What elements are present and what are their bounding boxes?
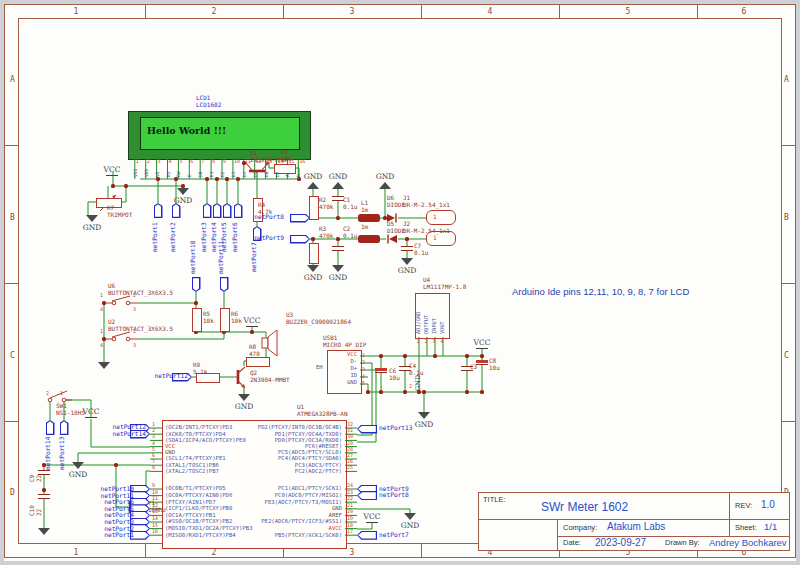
junction-dot[interactable] [102, 301, 105, 304]
gnd-symbol[interactable] [379, 182, 391, 189]
gnd-label: GND [235, 403, 254, 411]
vcc-bar [106, 175, 118, 177]
capacitor-plate[interactable] [461, 370, 473, 371]
junction-dot[interactable] [114, 463, 117, 466]
junction-dot[interactable] [465, 354, 468, 357]
gnd-symbol[interactable] [177, 188, 189, 195]
net-label-netPort8: netPort8 [254, 214, 284, 220]
net-label-netPort3: netPort3 [201, 222, 207, 252]
gnd-symbol[interactable] [38, 528, 50, 535]
gnd-label: GND [398, 267, 417, 275]
net-flag-netPort1[interactable] [154, 203, 163, 218]
part-value-r5: 10k [203, 318, 214, 324]
resistor-body[interactable] [309, 243, 319, 264]
junction-dot[interactable] [215, 177, 218, 180]
frame-col-top: 1 [74, 8, 79, 16]
junction-dot[interactable] [111, 184, 114, 187]
gnd-symbol[interactable] [307, 182, 319, 189]
junction-dot[interactable] [250, 330, 253, 333]
capacitor-plate[interactable] [38, 498, 50, 499]
net-flag-netPort5[interactable] [223, 203, 232, 218]
mcu-pin-name: (SDA1/ICP4/ACO/PTCXY)PE0 [165, 438, 246, 444]
net-flag-netPort11[interactable] [220, 277, 229, 292]
gnd-symbol[interactable] [86, 215, 98, 222]
inductor-body[interactable] [358, 214, 380, 222]
rev-value: 1.0 [761, 500, 775, 510]
junction-dot[interactable] [403, 390, 406, 393]
capacitor-plate[interactable] [476, 364, 488, 365]
junction-dot[interactable] [379, 354, 382, 357]
resistor-body[interactable] [246, 357, 270, 367]
lcd-pin-number: 16 [299, 159, 305, 164]
junction-dot[interactable] [405, 237, 408, 240]
junction-dot[interactable] [311, 237, 314, 240]
junction-dot[interactable] [403, 354, 406, 357]
junction-dot[interactable] [422, 390, 425, 393]
capacitor-plate[interactable] [38, 494, 50, 495]
junction-dot[interactable] [156, 177, 159, 180]
resistor-body[interactable] [309, 196, 319, 220]
gnd-label: GND [329, 274, 348, 282]
mcu-pin-number: 23 [347, 490, 353, 495]
gnd-symbol[interactable] [418, 412, 430, 419]
gnd-symbol[interactable] [72, 462, 84, 469]
junction-dot[interactable] [465, 390, 468, 393]
junction-dot[interactable] [124, 184, 127, 187]
net-flag-netPort4[interactable] [213, 203, 222, 218]
part-value-usb1: MICRO 4P DIP [323, 342, 366, 348]
junction-dot[interactable] [480, 354, 483, 357]
gnd-symbol[interactable] [307, 265, 319, 272]
gnd-symbol[interactable] [98, 362, 110, 369]
net-flag-netPort2[interactable] [172, 203, 181, 218]
resistor-body[interactable] [196, 373, 220, 383]
net-flag-netPort10[interactable] [192, 277, 201, 292]
gnd-symbol[interactable] [332, 182, 344, 189]
net-flag-netPort14[interactable] [46, 420, 55, 435]
net-flag-netPort13[interactable] [60, 420, 69, 435]
junction-dot[interactable] [102, 337, 105, 340]
symbols-layer[interactable] [0, 0, 800, 565]
lcd-pin-name: D6 [265, 171, 270, 177]
lcd-pin-name: VO [156, 171, 161, 177]
capacitor-plate[interactable] [332, 246, 344, 247]
junction-dot[interactable] [480, 390, 483, 393]
gnd-symbol[interactable] [238, 394, 250, 401]
capacitor-plate[interactable] [375, 368, 387, 371]
part-value-c1: 0.1u [343, 204, 357, 210]
junction-dot[interactable] [366, 390, 369, 393]
resistor-body[interactable] [220, 308, 230, 332]
junction-dot[interactable] [379, 390, 382, 393]
gnd-symbol[interactable] [401, 258, 413, 265]
resistor-body[interactable] [192, 308, 202, 332]
junction-dot[interactable] [297, 177, 300, 180]
junction-dot[interactable] [174, 177, 177, 180]
net-label-netPort2: netPort2 [170, 222, 176, 252]
vcc-bar [85, 417, 97, 419]
capacitor-plate[interactable] [38, 470, 50, 471]
junction-dot[interactable] [225, 177, 228, 180]
mcu-pin-number: 29 [347, 441, 353, 446]
capacitor-plate[interactable] [332, 250, 344, 251]
junction-dot[interactable] [236, 177, 239, 180]
net-flag-netPort6[interactable] [234, 203, 243, 218]
mcu-pin-name: (ICP1/CLKO/PTCXY)PB0 [165, 506, 232, 512]
capacitor-plate[interactable] [401, 250, 413, 251]
inductor-body[interactable] [358, 235, 380, 243]
regulator-pin-number: 4 [441, 339, 444, 344]
capacitor-plate[interactable] [375, 372, 387, 373]
gnd-symbol[interactable] [332, 265, 344, 272]
lcd-pin-name: K [297, 174, 302, 177]
part-value-j1: DR-M-2.54_1x1 [403, 202, 450, 208]
junction-dot[interactable] [336, 237, 339, 240]
gnd-symbol[interactable] [404, 513, 416, 520]
junction-dot[interactable] [433, 354, 436, 357]
net-flag-netPort3[interactable] [203, 203, 212, 218]
junction-dot[interactable] [194, 301, 197, 304]
capacitor-plate[interactable] [476, 360, 488, 363]
junction-dot[interactable] [205, 177, 208, 180]
lcd-pin-number: 14 [278, 159, 284, 164]
part-value-r7: TRIMPOT [107, 212, 132, 218]
junction-dot[interactable] [336, 216, 339, 219]
junction-dot[interactable] [42, 488, 45, 491]
capacitor-plate[interactable] [401, 246, 413, 247]
